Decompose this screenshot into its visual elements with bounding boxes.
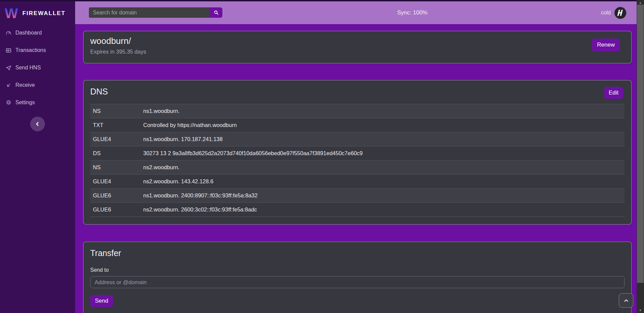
vertical-scrollbar[interactable]: ▲ ▼ — [637, 0, 644, 313]
dns-record-value: ns2.woodburn. 2600:3c02::f03c:93ff:fe5a:… — [143, 206, 625, 213]
domain-expiry: Expires in 395.35 days — [90, 49, 625, 55]
domain-search — [89, 7, 222, 18]
domain-header-card: woodburn/ Expires in 395.35 days Renew — [83, 31, 632, 63]
sidebar-item-transactions[interactable]: Transactions — [0, 42, 75, 59]
sidebar-item-label: Receive — [15, 82, 35, 88]
dns-record-value: ns1.woodburn. 170.187.241.138 — [143, 136, 625, 142]
dns-records-table: NSns1.woodburn.TXTControlled by https://… — [90, 104, 625, 217]
dns-record-type: GLUE6 — [90, 192, 143, 199]
scrollbar-thumb[interactable] — [637, 5, 644, 283]
dns-record-type: TXT — [90, 122, 143, 128]
transfer-card: Transfer Send to Send — [83, 242, 632, 313]
dns-record-type: NS — [90, 164, 143, 171]
scrollbar-down-arrow[interactable]: ▼ — [637, 308, 644, 313]
dns-record-value: ns1.woodburn. — [143, 108, 625, 114]
sidebar-item-label: Transactions — [15, 47, 46, 53]
sidebar-item-dashboard[interactable]: Dashboard — [0, 24, 75, 42]
firewallet-logo-icon: W — [5, 5, 18, 21]
dns-record-row: NSns2.woodburn. — [90, 161, 625, 175]
chevron-left-icon — [34, 121, 41, 127]
dns-record-row: GLUE4ns2.woodburn. 143.42.128.6 — [90, 175, 625, 189]
domain-title: woodburn/ — [90, 36, 625, 46]
table-icon — [5, 47, 12, 54]
sidebar-item-label: Settings — [15, 100, 35, 106]
sidebar-item-label: Dashboard — [15, 30, 42, 36]
sidebar-item-label: Send HNS — [15, 65, 41, 71]
sidebar-nav: DashboardTransactionsSend HNSReceive⚙Set… — [0, 24, 75, 111]
dns-record-row: DS30273 13 2 9a3a8fb3d625d2a2073d740f10d… — [90, 146, 625, 161]
window-top-edge — [0, 0, 644, 1]
dns-card: DNS Edit NSns1.woodburn.TXTControlled by… — [83, 80, 632, 225]
dns-record-value: ns2.woodburn. 143.42.128.6 — [143, 178, 625, 185]
dns-record-row: GLUE6ns1.woodburn. 2400:8907::f03c:93ff:… — [90, 189, 625, 203]
dns-record-row: GLUE6ns2.woodburn. 2600:3c02::f03c:93ff:… — [90, 203, 625, 217]
send-transfer-button[interactable]: Send — [90, 295, 113, 307]
search-icon — [213, 10, 219, 15]
dns-record-type: GLUE4 — [90, 136, 143, 142]
arrow-down-left-icon — [5, 82, 12, 88]
transfer-address-input[interactable] — [90, 276, 625, 288]
brand[interactable]: W FIREWALLET — [0, 1, 75, 23]
dns-record-type: GLUE4 — [90, 178, 143, 185]
dns-record-value: ns1.woodburn. 2400:8907::f03c:93ff:fe5a:… — [143, 192, 625, 199]
dns-title: DNS — [90, 86, 625, 97]
topbar: Sync: 100% cold — [75, 1, 637, 24]
wallet-name: cold — [601, 10, 611, 16]
chevron-up-icon — [623, 297, 630, 304]
sidebar-item-send-hns[interactable]: Send HNS — [0, 59, 75, 76]
dns-record-row: NSns1.woodburn. — [90, 104, 625, 118]
dns-record-value: 30273 13 2 9a3a8fb3d625d2a2073d740f10da6… — [143, 150, 625, 156]
dns-record-value: Controlled by https://nathan.woodburn — [143, 122, 625, 128]
edit-dns-button[interactable]: Edit — [604, 87, 623, 99]
dns-record-row: TXTControlled by https://nathan.woodburn — [90, 118, 625, 132]
transfer-title: Transfer — [90, 248, 625, 258]
dns-record-type: DS — [90, 150, 143, 156]
wallet-cluster: cold — [601, 1, 627, 24]
sidebar-item-receive[interactable]: Receive — [0, 76, 75, 94]
sidebar-collapse-button[interactable] — [30, 117, 45, 131]
scroll-to-top-button[interactable] — [619, 293, 633, 308]
dns-record-value: ns2.woodburn. — [143, 164, 625, 171]
send-to-label: Send to — [90, 267, 625, 273]
dns-record-type: NS — [90, 108, 143, 114]
dns-record-type: GLUE6 — [90, 206, 143, 213]
paper-plane-icon — [5, 65, 12, 71]
sync-status: Sync: 100% — [397, 1, 428, 24]
brand-name: FIREWALLET — [22, 10, 66, 17]
domain-page: woodburn/ Expires in 395.35 days Renew D… — [75, 24, 637, 313]
search-button[interactable] — [210, 7, 222, 18]
sidebar: W FIREWALLET DashboardTransactionsSend H… — [0, 1, 75, 313]
sidebar-item-settings[interactable]: ⚙Settings — [0, 94, 75, 111]
dns-record-row: GLUE4ns1.woodburn. 170.187.241.138 — [90, 132, 625, 146]
search-input[interactable] — [89, 7, 210, 18]
gauge-icon — [5, 30, 12, 36]
gear-icon: ⚙ — [5, 100, 12, 106]
handshake-logo-icon[interactable] — [614, 7, 627, 19]
renew-button[interactable]: Renew — [592, 39, 620, 51]
